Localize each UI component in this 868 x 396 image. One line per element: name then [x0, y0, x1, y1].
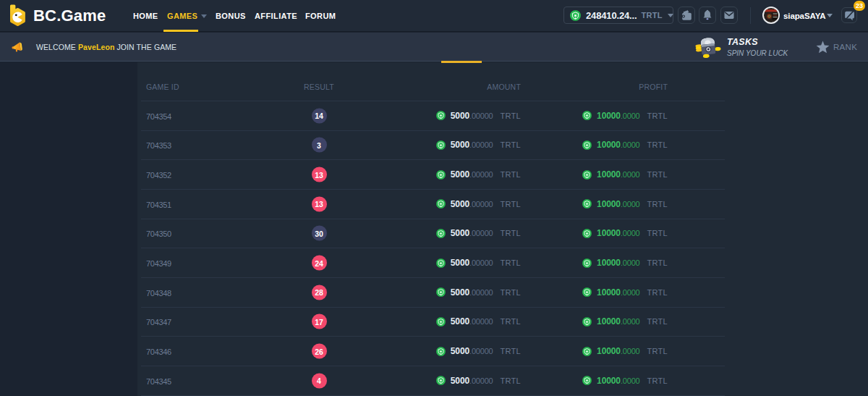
- nav-item-forum[interactable]: FORUM: [305, 0, 336, 32]
- nav-item-bonus[interactable]: BONUS: [216, 0, 246, 32]
- balance-amount: 248410.24...: [586, 10, 637, 21]
- result-badge: 13: [312, 167, 327, 182]
- header-result: RESULT: [304, 83, 334, 91]
- active-tab-indicator: [441, 61, 482, 63]
- trtl-coin-icon: [436, 199, 446, 208]
- balance-selector[interactable]: 248410.24... TRTL: [563, 7, 673, 24]
- bcgame-logo-icon[interactable]: [8, 4, 27, 28]
- profit-integer: 10000: [597, 169, 621, 180]
- avatar[interactable]: [762, 7, 780, 24]
- profit-currency: TRTL: [647, 288, 668, 297]
- amount-integer: 5000: [451, 316, 469, 327]
- table-row[interactable]: 704345 4 5000 .00000 TRTL: [141, 366, 725, 396]
- amount-integer: 5000: [451, 346, 469, 356]
- table-header-row: GAME ID RESULT AMOUNT PROFIT: [141, 62, 725, 101]
- profit-integer: 10000: [597, 199, 621, 209]
- amount-integer: 5000: [451, 376, 469, 386]
- amount-decimals: .00000: [469, 258, 493, 267]
- profit-currency: TRTL: [647, 376, 668, 385]
- profit-currency: TRTL: [647, 229, 668, 237]
- amount-integer: 5000: [451, 111, 469, 121]
- rank-button[interactable]: RANK: [833, 33, 857, 62]
- cell-result: 14: [304, 108, 334, 123]
- cell-game-id: 704346: [146, 347, 171, 356]
- table-row[interactable]: 704350 30 5000 .00000 TRTL: [141, 219, 725, 249]
- result-badge: 24: [312, 256, 327, 271]
- trtl-coin-icon: [582, 347, 592, 356]
- cell-amount: 5000 .00000 TRTL: [436, 169, 521, 180]
- table-row[interactable]: 704347 17 5000 .00000 TRTL: [141, 308, 725, 337]
- trtl-coin-icon: [582, 140, 592, 150]
- cell-amount: 5000 .00000 TRTL: [436, 140, 521, 150]
- nav-item-affiliate[interactable]: AFFILIATE: [255, 0, 297, 32]
- chevron-down-icon: [668, 14, 673, 17]
- cell-profit: 10000 .0000 TRTL: [582, 228, 668, 238]
- chat-slash-icon: [843, 9, 856, 22]
- trtl-coin-icon: [436, 229, 446, 238]
- cell-game-id: 704345: [146, 377, 171, 386]
- cell-game-id: 704352: [146, 171, 171, 180]
- username[interactable]: siapaSAYA: [783, 0, 825, 32]
- amount-integer: 5000: [451, 140, 469, 150]
- profit-currency: TRTL: [647, 347, 668, 355]
- wallet-button[interactable]: [678, 7, 695, 24]
- welcome-suffix: JOIN THE GAME: [116, 43, 176, 51]
- profit-currency: TRTL: [647, 140, 668, 149]
- table-row[interactable]: 704354 14 5000 .00000 TRTL: [141, 101, 725, 131]
- profit-integer: 10000: [597, 140, 621, 150]
- profit-decimals: .0000: [621, 170, 640, 179]
- announcement-bar: WELCOME PaveLeon JOIN THE GAME TASKS SPI…: [0, 33, 868, 62]
- result-badge: 13: [312, 196, 327, 211]
- amount-currency: TRTL: [500, 170, 521, 179]
- cell-profit: 10000 .0000 TRTL: [582, 111, 668, 121]
- notifications-button[interactable]: [699, 7, 716, 24]
- bell-icon: [701, 9, 714, 22]
- amount-integer: 5000: [451, 258, 469, 268]
- table-row[interactable]: 704352 13 5000 .00000 TRTL: [141, 160, 725, 190]
- profit-integer: 10000: [597, 111, 621, 121]
- result-badge: 28: [312, 285, 327, 300]
- trtl-coin-icon: [582, 258, 592, 268]
- cell-profit: 10000 .0000 TRTL: [582, 376, 668, 386]
- welcome-message: WELCOME PaveLeon JOIN THE GAME: [36, 33, 176, 62]
- nav-item-home[interactable]: HOME: [133, 0, 158, 32]
- profit-decimals: .0000: [621, 258, 640, 267]
- table-row[interactable]: 704351 13 5000 .00000 TRTL: [141, 190, 725, 219]
- brand-title[interactable]: BC.Game: [33, 0, 106, 32]
- profit-decimals: .0000: [621, 317, 640, 326]
- table-row[interactable]: 704348 28 5000 .00000 TRTL: [141, 278, 725, 308]
- tasks-widget[interactable]: TASKS SPIN YOUR LUCK: [727, 38, 788, 57]
- profit-currency: TRTL: [647, 258, 668, 267]
- table-body: 704354 14 5000 .00000 TRTL: [141, 101, 725, 396]
- profit-currency: TRTL: [647, 200, 668, 208]
- cell-result: 26: [304, 344, 334, 359]
- amount-decimals: .00000: [469, 288, 493, 297]
- main-content: GAME ID RESULT AMOUNT PROFIT 704354 14: [0, 62, 868, 396]
- treasure-chest-icon[interactable]: [694, 35, 723, 59]
- cell-result: 24: [304, 256, 334, 271]
- profit-integer: 10000: [597, 316, 621, 327]
- profit-integer: 10000: [597, 346, 621, 356]
- trtl-coin-icon: [436, 111, 446, 120]
- trtl-coin-icon: [436, 317, 446, 327]
- header-profit: PROFIT: [639, 83, 668, 91]
- balance-currency: TRTL: [642, 11, 663, 20]
- cell-result: 13: [304, 196, 334, 211]
- cell-amount: 5000 .00000 TRTL: [436, 199, 521, 209]
- chevron-down-icon: [827, 14, 833, 17]
- nav-item-games[interactable]: GAMES: [167, 0, 207, 32]
- messages-button[interactable]: [720, 7, 738, 24]
- table-row[interactable]: 704349 24 5000 .00000 TRTL: [141, 248, 725, 278]
- cell-profit: 10000 .0000 TRTL: [582, 169, 668, 180]
- cell-result: 3: [304, 138, 334, 153]
- header-game-id: GAME ID: [146, 83, 179, 91]
- amount-currency: TRTL: [500, 258, 521, 267]
- table-row[interactable]: 704346 26 5000 .00000 TRTL: [141, 337, 725, 366]
- trtl-coin-icon: [570, 10, 581, 21]
- game-panel: GAME ID RESULT AMOUNT PROFIT 704354 14: [137, 62, 868, 396]
- nav-bonus-label: BONUS: [216, 0, 246, 32]
- cell-profit: 10000 .0000 TRTL: [582, 199, 668, 209]
- cell-result: 13: [304, 167, 334, 182]
- tasks-subtitle: SPIN YOUR LUCK: [727, 49, 788, 57]
- table-row[interactable]: 704353 3 5000 .00000 TRTL: [141, 131, 725, 161]
